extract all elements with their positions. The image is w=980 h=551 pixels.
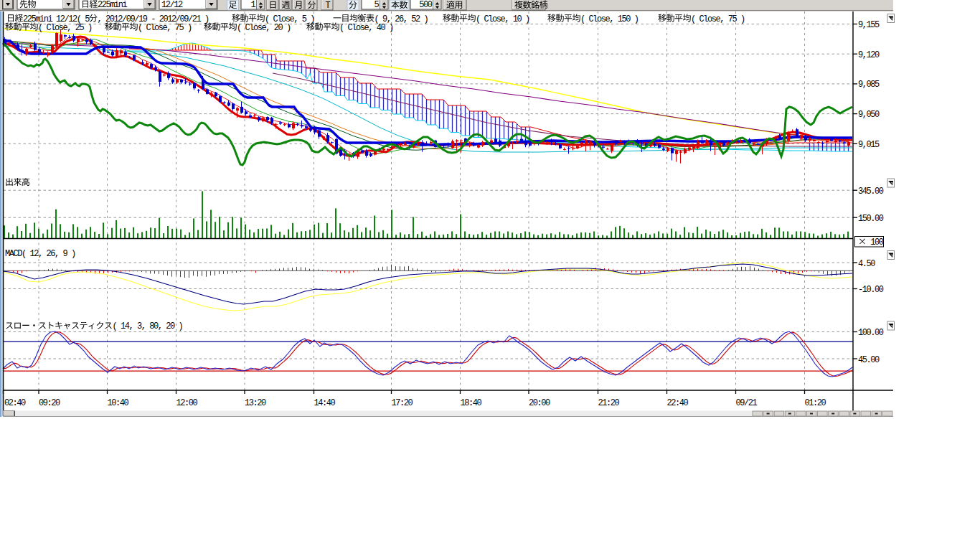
svg-text:18:40: 18:40 [461, 398, 482, 408]
svg-text:09:20: 09:20 [39, 398, 60, 408]
svg-text:12/12: 12/12 [161, 0, 183, 10]
svg-text:13:20: 13:20 [245, 398, 266, 408]
svg-text:(Close,150): (Close,150) [580, 14, 639, 24]
svg-text:22:40: 22:40 [667, 398, 689, 408]
svg-text:9,050: 9,050 [858, 110, 880, 120]
svg-text:(Close,20): (Close,20) [237, 23, 291, 33]
svg-text:9,085: 9,085 [858, 80, 880, 90]
svg-text:10:40: 10:40 [108, 398, 129, 408]
svg-text:4.50: 4.50 [858, 259, 875, 269]
svg-text:345.00: 345.00 [858, 187, 884, 197]
svg-text:45.00: 45.00 [858, 355, 880, 365]
svg-text:1: 1 [250, 0, 255, 10]
svg-text:-10.00: -10.00 [858, 285, 884, 295]
svg-text:09/21: 09/21 [736, 398, 758, 408]
svg-text:100.00: 100.00 [858, 328, 884, 338]
svg-text:(14,3,80,20): (14,3,80,20) [113, 321, 184, 331]
svg-text:21:20: 21:20 [598, 398, 620, 408]
svg-text:9,015: 9,015 [858, 140, 880, 150]
svg-text:17:20: 17:20 [392, 398, 413, 408]
svg-text:02:40: 02:40 [4, 398, 26, 408]
svg-text:5: 5 [374, 0, 379, 10]
svg-text:(Close,10): (Close,10) [476, 14, 530, 24]
svg-text:T: T [326, 1, 331, 11]
svg-text:14:40: 14:40 [314, 398, 336, 408]
svg-text:100: 100 [870, 237, 884, 248]
svg-text:9,120: 9,120 [858, 50, 880, 60]
svg-text:(Close,75): (Close,75) [691, 14, 745, 24]
svg-text:225mini: 225mini [98, 0, 128, 10]
svg-text:01:20: 01:20 [805, 398, 826, 408]
svg-text:12:00: 12:00 [176, 398, 198, 408]
svg-text:150.00: 150.00 [858, 214, 884, 224]
svg-text:MACD(12,26,9): MACD(12,26,9) [5, 249, 76, 259]
svg-text:20:00: 20:00 [529, 398, 550, 408]
svg-text:9,155: 9,155 [858, 20, 880, 30]
svg-text:500: 500 [419, 0, 433, 10]
